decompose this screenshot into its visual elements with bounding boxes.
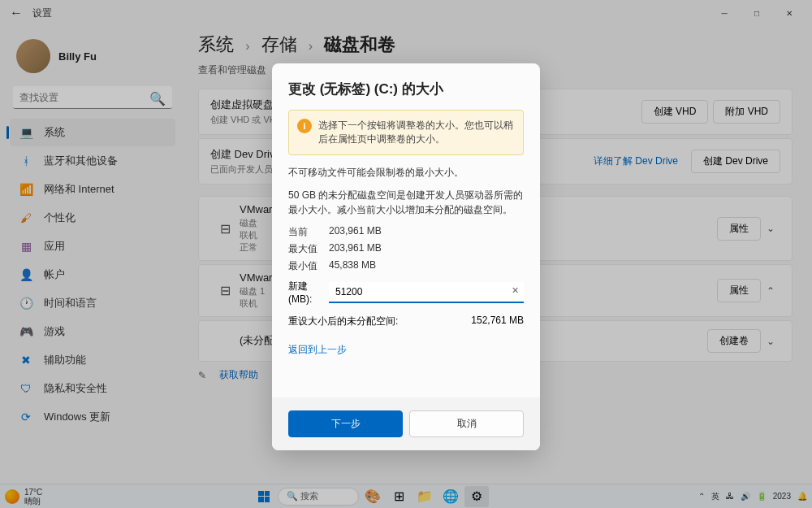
modal-warning: i 选择下一个按钮将调整卷的大小。您也可以稍后在属性页中调整卷的大小。 (288, 110, 524, 155)
back-link[interactable]: 返回到上一步 (288, 343, 347, 357)
clear-input-icon[interactable]: ✕ (512, 285, 519, 296)
modal-note: 不可移动文件可能会限制卷的最小大小。 (288, 165, 524, 180)
new-size-input[interactable] (329, 282, 524, 303)
modal-title: 更改 (无标签) (C:) 的大小 (288, 80, 524, 98)
modal-note: 50 GB 的未分配磁盘空间是创建开发人员驱动器所需的最小大小。减小当前大小以增… (288, 188, 524, 217)
resize-volume-dialog: 更改 (无标签) (C:) 的大小 i 选择下一个按钮将调整卷的大小。您也可以稍… (272, 63, 540, 450)
next-button[interactable]: 下一步 (288, 410, 403, 437)
new-size-label: 新建(MB): (288, 280, 329, 305)
cancel-button[interactable]: 取消 (409, 410, 524, 437)
modal-overlay: 更改 (无标签) (C:) 的大小 i 选择下一个按钮将调整卷的大小。您也可以稍… (0, 0, 812, 508)
warning-icon: i (297, 119, 312, 133)
